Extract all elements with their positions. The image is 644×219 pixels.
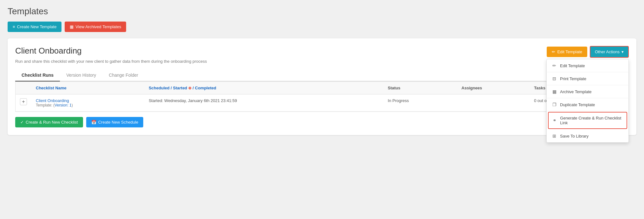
archive-icon-dropdown: ▦	[552, 89, 557, 94]
col-assignees-header: Assignees	[457, 82, 530, 94]
dropdown-generate-link[interactable]: ⚭ Generate Create & Run Checklist Link	[548, 112, 627, 129]
create-new-template-button[interactable]: ≡ Create New Template	[8, 22, 61, 32]
tab-checklist-runs[interactable]: Checklist Runs	[15, 69, 60, 81]
checklist-name-link[interactable]: Client Onboarding	[36, 98, 69, 103]
checklist-runs-table: Checklist Name Scheduled / Started ⊕ / C…	[15, 81, 629, 112]
page-title: Templates	[8, 6, 636, 16]
table-row: + Client Onboarding Template: (Version: …	[16, 94, 628, 112]
other-actions-button[interactable]: Other Actions ▾	[590, 46, 629, 58]
view-archived-templates-button[interactable]: ▦ View Archived Templates	[65, 22, 126, 32]
dropdown-archive-template[interactable]: ▦ Archive Template	[547, 85, 628, 98]
checklist-version: Template: (Version: 1)	[36, 103, 140, 107]
row-assignees-cell	[457, 94, 530, 112]
row-expand-cell: +	[16, 94, 31, 112]
duplicate-icon: ❐	[552, 102, 557, 107]
check-icon: ✓	[20, 120, 24, 125]
template-card: Client Onboarding ✏ Edit Template Other …	[8, 38, 636, 135]
pencil-icon-main: ✏	[552, 49, 555, 54]
caret-down-icon: ▾	[621, 49, 624, 54]
col-scheduled-header[interactable]: Scheduled / Started ⊕ / Completed	[144, 82, 383, 94]
pencil-icon-dropdown: ✏	[552, 63, 557, 68]
archive-icon: ▦	[70, 24, 74, 29]
calendar-icon: 📅	[91, 120, 96, 125]
other-actions-dropdown: ✏ Edit Template ⊟ Print Template ▦ Archi…	[546, 59, 629, 143]
dropdown-edit-template[interactable]: ✏ Edit Template	[547, 59, 628, 72]
table-header-row: Checklist Name Scheduled / Started ⊕ / C…	[16, 82, 628, 94]
row-expand-button[interactable]: +	[20, 98, 27, 105]
template-title-section: Client Onboarding	[15, 46, 82, 56]
dropdown-print-template[interactable]: ⊟ Print Template	[547, 72, 628, 85]
list-icon: ≡	[13, 24, 15, 29]
header-buttons: ✏ Edit Template Other Actions ▾ ✏ Edit T…	[547, 46, 629, 58]
top-actions-bar: ≡ Create New Template ▦ View Archived Te…	[8, 22, 636, 32]
create-run-checklist-button[interactable]: ✓ Create & Run New Checklist	[15, 117, 83, 127]
print-icon: ⊟	[552, 76, 557, 81]
library-icon: ⊞	[552, 133, 557, 138]
link-icon: ⚭	[552, 118, 557, 123]
dropdown-save-to-library[interactable]: ⊞ Save To Library	[547, 130, 628, 142]
col-expand-header	[16, 82, 31, 94]
tabs-bar: Checklist Runs Version History Change Fo…	[15, 69, 629, 81]
create-new-schedule-button[interactable]: 📅 Create New Schedule	[86, 117, 143, 127]
col-status-header: Status	[383, 82, 457, 94]
row-status-cell: In Progress	[383, 94, 457, 112]
row-started-cell: Started: Wednesday, January 6th 2021 23:…	[144, 94, 383, 112]
dropdown-duplicate-template[interactable]: ❐ Duplicate Template	[547, 98, 628, 111]
col-name-header[interactable]: Checklist Name	[31, 82, 144, 94]
bottom-actions-bar: ✓ Create & Run New Checklist 📅 Create Ne…	[15, 117, 629, 127]
row-name-cell: Client Onboarding Template: (Version: 1)	[31, 94, 144, 112]
template-description: Run and share this checklist with your n…	[15, 59, 629, 64]
edit-template-button-main[interactable]: ✏ Edit Template	[547, 47, 587, 57]
tab-change-folder[interactable]: Change Folder	[102, 69, 145, 81]
template-header: Client Onboarding ✏ Edit Template Other …	[15, 46, 629, 58]
tab-version-history[interactable]: Version History	[60, 69, 102, 81]
template-title: Client Onboarding	[15, 46, 82, 56]
status-badge: In Progress	[388, 98, 409, 103]
